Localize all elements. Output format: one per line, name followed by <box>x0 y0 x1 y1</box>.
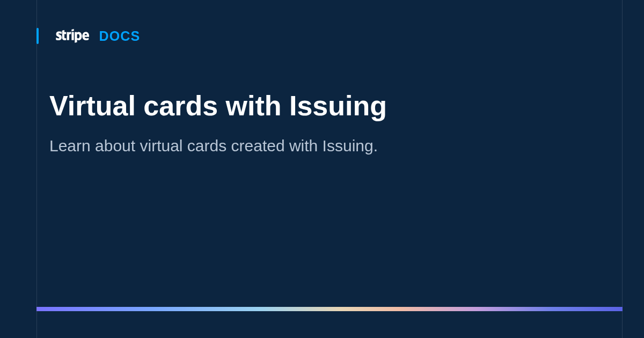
decorative-gradient-stripe <box>36 307 623 311</box>
logo-accent-bar <box>36 28 39 44</box>
header-logo-row: DOCS <box>36 28 140 44</box>
page-subtitle: Learn about virtual cards created with I… <box>49 135 601 157</box>
page-content: Virtual cards with Issuing Learn about v… <box>49 90 601 157</box>
stripe-logo <box>56 29 89 43</box>
docs-label: DOCS <box>99 30 140 43</box>
decorative-line-left <box>36 0 37 338</box>
decorative-line-right <box>622 0 623 338</box>
page-title: Virtual cards with Issuing <box>49 90 601 122</box>
